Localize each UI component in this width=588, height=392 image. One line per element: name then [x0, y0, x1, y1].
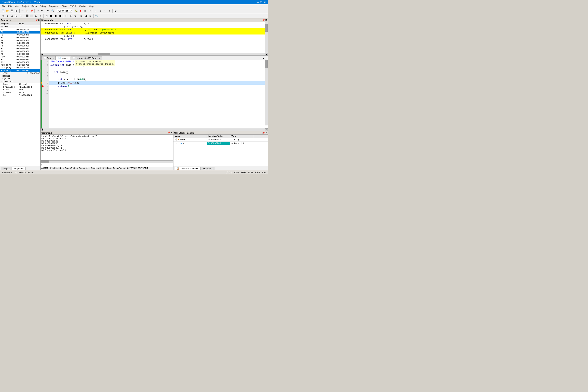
menu-file[interactable]: File [1, 5, 7, 8]
command-pin-icon[interactable]: 📌 [168, 132, 170, 134]
menu-project[interactable]: Project [21, 5, 30, 8]
tb2-btn6[interactable]: ⬛ [25, 14, 29, 18]
reg-row-r13[interactable]: R13 (SP) 0x20000768 [0, 64, 40, 66]
tb2-btn2[interactable]: ⊕ [5, 14, 10, 18]
code-vscroll-thumb[interactable] [265, 60, 268, 68]
system-group-header[interactable]: + System [0, 78, 40, 80]
cs-row-x[interactable]: ◆ x 0x00000208 auto - int [174, 142, 268, 145]
tb2-btn7[interactable]: ⬜ [30, 14, 34, 18]
tab-callstack[interactable]: 📋 Call Stack + Locals [174, 166, 200, 170]
disasm-vscroll[interactable] [265, 22, 268, 53]
menu-view[interactable]: View [14, 5, 20, 8]
callstack-close-icon[interactable]: ✕ [265, 132, 267, 134]
reg-row-r3[interactable]: R3 0x20000370 [0, 36, 40, 39]
tb2-btn3[interactable]: ⊞ [10, 14, 14, 18]
tab-close-icon[interactable]: ✕ [265, 57, 267, 60]
disasm-hscroll-thumb[interactable] [98, 53, 110, 55]
step-in-button[interactable]: ↓ [98, 8, 102, 13]
reg-row-r15[interactable]: R15 (PC) 0x08000FB0 [0, 69, 40, 72]
open-button[interactable]: 📂 [5, 8, 10, 13]
menu-tools[interactable]: Tools [61, 5, 68, 8]
tb2-btn5[interactable]: ⊣ [19, 14, 23, 18]
tab-funcs[interactable]: 📄 Func.s [41, 56, 56, 60]
reg-row-r6[interactable]: R6 0x00000000 [0, 44, 40, 47]
paste-button[interactable]: 📌 [30, 8, 34, 13]
xpsr-group-header[interactable]: + xPSR 0x61000000 [0, 72, 40, 75]
tb2-btn13[interactable]: ◨ [58, 14, 62, 18]
code-vscroll[interactable] [265, 60, 268, 126]
tb2-btn10[interactable]: ◻ [44, 14, 49, 18]
run-button[interactable]: ▶ [78, 8, 83, 13]
tab-registers[interactable]: Registers [12, 167, 26, 170]
run-to-button[interactable]: ⤸ [107, 8, 112, 13]
save-all-button[interactable]: ⊞ [14, 8, 18, 13]
disasm-hscroll-right[interactable]: ▶ [265, 53, 268, 56]
menu-debug[interactable]: Debug [38, 5, 47, 8]
menu-peripherals[interactable]: Peripherals [48, 5, 61, 8]
reg-row-r0[interactable]: R0 0x00000208 [0, 28, 40, 31]
close-button[interactable]: ✕ [264, 1, 266, 4]
copy-button[interactable]: 📋 [25, 8, 29, 13]
cs-row-main[interactable]: − ● main 0x08000FAE int f() [174, 138, 268, 142]
core-group-header[interactable]: ▼ Core [0, 25, 40, 28]
reg-row-r8[interactable]: R8 0x00000000 [0, 50, 40, 53]
tb2-btn18[interactable]: ⊟ [84, 14, 88, 18]
disasm-close-icon[interactable]: ✕ [265, 19, 267, 21]
tab-startup[interactable]: 📄 startup_stm32f10x_md.s [70, 56, 102, 60]
stop-button[interactable]: ⏹ [83, 8, 88, 13]
reg-row-r9[interactable]: R9 0x00000000 [0, 53, 40, 56]
redo-button[interactable]: ↪ [40, 8, 44, 13]
tab-project[interactable]: Project [1, 167, 12, 170]
maximize-button[interactable]: ❐ [260, 1, 263, 4]
minimize-button[interactable]: — [256, 1, 259, 4]
command-close-icon[interactable]: ✕ [171, 132, 172, 134]
code-hscroll-left[interactable]: ◀ [40, 128, 43, 131]
pin-icon[interactable]: 📌 [35, 19, 38, 21]
command-scrollbar[interactable] [40, 160, 173, 163]
cut-button[interactable]: ✂ [20, 8, 25, 13]
disasm-hscroll-track[interactable] [43, 53, 265, 56]
reg-row-r11[interactable]: R11 0x00000000 [0, 58, 40, 61]
reg-row-r14[interactable]: R14 (LR) 0x08000FAF [0, 66, 40, 69]
cs-expand-main[interactable]: − [174, 138, 176, 141]
step-out-button[interactable]: ↑ [103, 8, 107, 13]
reg-row-r7[interactable]: R7 0x00000000 [0, 47, 40, 50]
menu-window[interactable]: Window [78, 5, 88, 8]
tb2-btn8[interactable]: ⊞ [34, 14, 38, 18]
target-combo[interactable]: GPIO_Init [57, 9, 72, 13]
reg-row-r5[interactable]: R5 0x2000010C [0, 42, 40, 44]
tb2-btn17[interactable]: ⊞ [79, 14, 84, 18]
banked-group-header[interactable]: + Banked [0, 75, 40, 78]
tb2-btn16[interactable]: ⊕ [73, 14, 78, 18]
debug-button[interactable]: 🐛 [74, 8, 78, 13]
reset2-button[interactable]: ⟲ [1, 14, 5, 18]
disasm-hscroll-left[interactable]: ◀ [40, 53, 43, 56]
tab-main-c[interactable]: 📄 main.c [56, 56, 70, 60]
tab-dropdown-icon[interactable]: ▼ [263, 58, 265, 60]
reg-row-r4[interactable]: R4 0x00000000 [0, 39, 40, 42]
command-output[interactable]: Load "D:\\stm32\\test1\\Objects\\test1.a… [40, 135, 173, 160]
new-file-button[interactable]: 📄 [1, 8, 5, 13]
tb2-btn15[interactable]: ◈ [68, 14, 73, 18]
tab-memory1[interactable]: Memory 1 [201, 167, 215, 170]
callstack-pin-icon[interactable]: 📌 [262, 132, 265, 134]
disassembly-content[interactable]: 0x08000FAE 4601 MOV r1,r0 printf("%d",x)… [40, 22, 268, 53]
menu-svcs[interactable]: SVCS [69, 5, 77, 8]
reg-row-r12[interactable]: R12 0x00000000 [0, 61, 40, 64]
tb2-btn9[interactable]: ≡ [38, 14, 43, 18]
code-content[interactable]: 1 2 3 4 5 6 [40, 60, 268, 128]
disasm-vscroll-thumb[interactable] [265, 24, 268, 32]
reg-row-r2[interactable]: R2 0x20000370 [0, 34, 40, 36]
tb2-btn19[interactable]: ⊠ [88, 14, 92, 18]
undo-button[interactable]: ↩ [36, 8, 40, 13]
menu-flash[interactable]: Flash [30, 5, 38, 8]
internal-group-header[interactable]: ▼ Internal [0, 80, 40, 83]
settings-button[interactable]: ⚙ [113, 8, 118, 13]
disasm-pin-icon[interactable]: 📌 [262, 19, 265, 21]
step-over-button[interactable]: ⤵ [94, 8, 98, 13]
reg-row-r10[interactable]: R10 0x0800101C [0, 56, 40, 58]
tb2-btn4[interactable]: ⊟ [14, 14, 18, 18]
menu-edit[interactable]: Edit [7, 5, 13, 8]
close-panel-icon[interactable]: ✕ [38, 19, 40, 21]
tb2-btn12[interactable]: ◧ [54, 14, 58, 18]
